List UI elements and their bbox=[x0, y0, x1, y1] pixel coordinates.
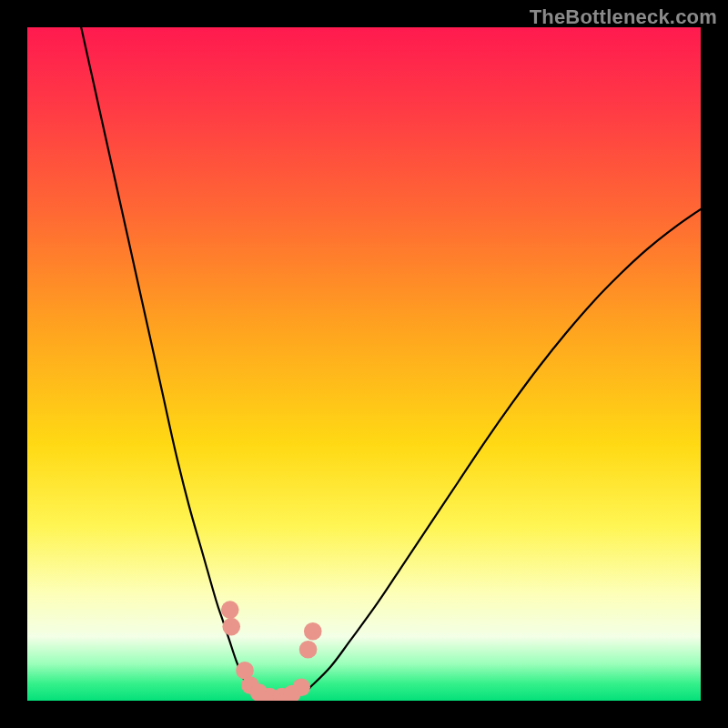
data-marker bbox=[299, 641, 318, 659]
data-marker bbox=[292, 678, 310, 696]
data-marker bbox=[221, 601, 239, 619]
plot-area bbox=[27, 27, 701, 701]
chart-stage: TheBottleneck.com bbox=[0, 0, 728, 728]
watermark-text: TheBottleneck.com bbox=[530, 5, 717, 29]
data-marker bbox=[304, 622, 322, 641]
plot-svg bbox=[27, 27, 701, 701]
gradient-bg bbox=[27, 27, 701, 701]
data-marker bbox=[222, 618, 240, 636]
